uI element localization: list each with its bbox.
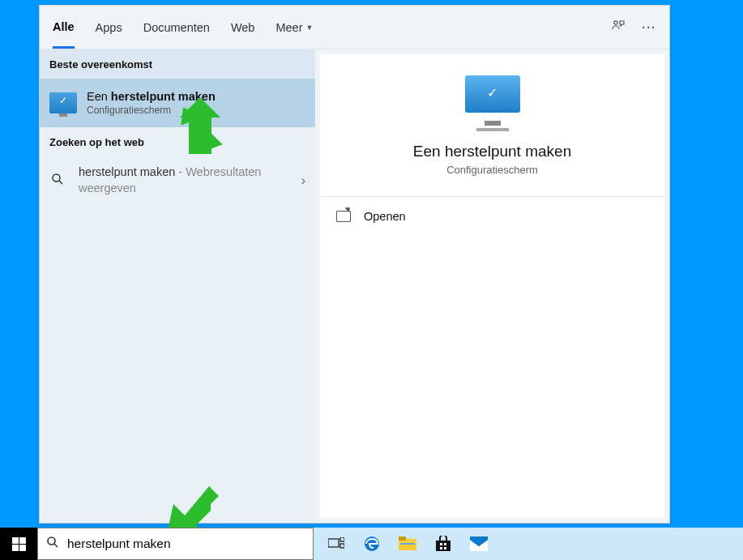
monitor-check-icon [49,92,77,113]
monitor-check-icon-large [465,75,520,143]
tab-documents[interactable]: Documenten [143,8,210,47]
best-match-subtitle: Configuratiescherm [87,105,216,116]
preview-subtitle: Configuratiescherm [446,164,538,176]
search-results-panel: Alle Apps Documenten Web Meer ▼ ··· Best… [39,5,670,524]
preview-title: Een herstelpunt maken [413,143,571,160]
svg-rect-14 [399,536,406,541]
svg-point-0 [614,20,617,24]
svg-rect-17 [440,543,442,545]
chevron-right-icon: › [301,173,305,188]
svg-rect-16 [436,541,450,551]
start-button[interactable] [0,528,37,560]
taskbar-pinned-icons [318,528,497,560]
more-options-icon[interactable]: ··· [642,21,656,34]
mail-icon[interactable] [461,528,497,560]
windows-logo-icon [12,537,26,551]
svg-rect-20 [444,547,446,549]
open-label: Openen [364,210,406,223]
best-match-result[interactable]: Een herstelpunt maken Configuratiescherm [40,79,315,127]
open-icon [336,211,351,222]
svg-rect-18 [444,543,446,545]
file-explorer-icon[interactable] [390,528,425,560]
taskbar [0,528,743,560]
best-match-title-bold: herstelpunt maken [111,90,216,103]
svg-line-8 [54,544,58,547]
svg-line-2 [59,181,62,184]
search-tabs-bar: Alle Apps Documenten Web Meer ▼ ··· [40,6,669,49]
chevron-down-icon: ▼ [305,24,313,32]
results-left-column: Beste overeenkomst Een herstelpunt maken… [40,49,315,523]
task-view-icon[interactable] [318,528,354,560]
best-match-title-prefix: Een [87,90,111,103]
svg-rect-10 [340,537,344,541]
microsoft-store-icon[interactable] [425,528,461,560]
svg-rect-19 [440,547,442,549]
search-icon [49,173,66,189]
best-match-text: Een herstelpunt maken Configuratiescherm [87,90,216,116]
web-result-text: herstelpunt maken - Webresultaten weerge… [79,165,295,196]
section-header-web: Zoeken op het web [40,127,315,156]
search-icon [46,536,59,552]
preview-header: Een herstelpunt maken Configuratiescherm [320,54,664,197]
tab-apps[interactable]: Apps [96,8,122,47]
feedback-icon[interactable] [611,19,626,36]
svg-rect-15 [400,543,415,545]
tab-all[interactable]: Alle [53,7,75,49]
tab-more-label: Meer [275,21,302,34]
tab-more[interactable]: Meer ▼ [275,8,313,47]
section-header-best-match: Beste overeenkomst [40,49,315,79]
web-result-query: herstelpunt maken [79,165,175,178]
search-input[interactable] [67,536,305,551]
taskbar-search-box[interactable] [37,528,314,560]
results-preview-pane: Een herstelpunt maken Configuratiescherm… [320,54,664,518]
svg-point-1 [53,174,60,182]
svg-rect-11 [340,544,344,548]
svg-point-7 [48,537,55,545]
svg-rect-9 [328,539,339,547]
tab-web[interactable]: Web [231,8,255,47]
edge-browser-icon[interactable] [354,528,390,560]
web-search-result[interactable]: herstelpunt maken - Webresultaten weerge… [40,156,315,204]
open-action[interactable]: Openen [320,197,664,236]
